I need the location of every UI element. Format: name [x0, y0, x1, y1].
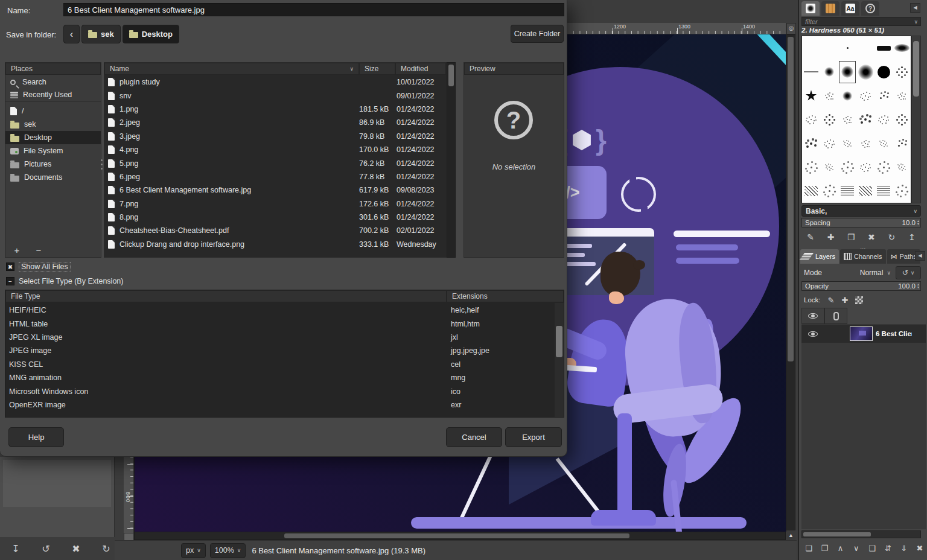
- brush-swatch[interactable]: [874, 132, 893, 156]
- tab-patterns[interactable]: [821, 1, 839, 16]
- brush-group-select[interactable]: Basic, ∨: [801, 205, 921, 217]
- brush-swatch[interactable]: [802, 156, 820, 180]
- save-tool-preset-button[interactable]: ↧: [7, 541, 24, 556]
- brush-swatch[interactable]: [856, 84, 874, 108]
- column-header-name[interactable]: Name ∨: [104, 63, 359, 75]
- layer-row[interactable]: 6 Best Client Ma: [801, 325, 926, 343]
- brush-swatch[interactable]: [820, 36, 838, 60]
- brush-swatch[interactable]: [838, 179, 856, 203]
- places-item[interactable]: Recently Used: [5, 89, 101, 102]
- brush-swatch[interactable]: [802, 36, 820, 60]
- breadcrumb-item-desktop[interactable]: Desktop: [123, 25, 179, 43]
- brush-swatch[interactable]: [820, 84, 838, 108]
- help-button[interactable]: Help: [8, 427, 64, 447]
- tab-help[interactable]: ?: [861, 1, 879, 16]
- tab-brushes[interactable]: [801, 1, 820, 16]
- scrollbar-thumb[interactable]: [448, 65, 454, 86]
- delete-tool-preset-button[interactable]: ✖: [68, 541, 84, 556]
- brush-grid-scrollbar[interactable]: [911, 36, 921, 203]
- brush-swatch[interactable]: [874, 108, 893, 132]
- brush-swatch[interactable]: [802, 132, 820, 156]
- tab-menu-icon[interactable]: ◀: [910, 3, 920, 13]
- scrollbar-thumb[interactable]: [913, 41, 919, 97]
- file-type-expander[interactable]: − Select File Type (By Extension): [6, 277, 123, 285]
- layer-thumbnail[interactable]: [850, 326, 873, 341]
- table-row[interactable]: KISS CEL cel: [5, 358, 553, 371]
- brush-swatch[interactable]: [856, 108, 874, 132]
- raise-layer-button[interactable]: ∧: [833, 540, 848, 556]
- layer-visibility-toggle[interactable]: [801, 331, 824, 337]
- table-row[interactable]: 2.jpeg 86.9 kB 01/24/2022: [104, 116, 446, 129]
- tab-menu-icon[interactable]: ◀: [915, 251, 925, 261]
- new-brush-button[interactable]: ✚: [822, 229, 840, 244]
- places-item[interactable]: Desktop: [5, 131, 101, 144]
- brush-swatch[interactable]: [838, 36, 856, 60]
- brush-swatch[interactable]: [893, 179, 911, 203]
- table-row[interactable]: plugin study 10/01/2022: [104, 75, 446, 89]
- table-row[interactable]: 7.png 172.6 kB 01/24/2022: [104, 197, 446, 211]
- brush-swatch[interactable]: [893, 60, 911, 84]
- link-column-header[interactable]: [824, 308, 847, 324]
- places-item[interactable]: File System: [5, 144, 101, 158]
- file-type-scrollbar[interactable]: [555, 303, 564, 417]
- brush-swatch[interactable]: [820, 179, 838, 203]
- tab-fonts[interactable]: Aa: [841, 1, 859, 16]
- create-folder-button[interactable]: Create Folder: [511, 25, 564, 43]
- column-header-modified[interactable]: Modified: [395, 63, 446, 75]
- table-row[interactable]: 8.png 301.6 kB 01/24/2022: [104, 211, 446, 224]
- duplicate-layer-button[interactable]: ❑: [865, 540, 879, 556]
- brush-swatch[interactable]: [820, 156, 838, 180]
- places-item[interactable]: /: [5, 104, 101, 118]
- scrollbar-thumb[interactable]: [803, 532, 871, 536]
- brush-swatch[interactable]: [802, 84, 820, 108]
- tab-layers[interactable]: Layers: [800, 249, 839, 264]
- add-bookmark-button[interactable]: +: [10, 244, 24, 256]
- mode-dropdown[interactable]: Normal: [860, 269, 884, 277]
- brush-swatch[interactable]: [874, 179, 893, 203]
- brush-swatch[interactable]: [802, 60, 820, 84]
- restore-tool-preset-button[interactable]: ↺: [37, 541, 54, 556]
- export-button[interactable]: Export: [505, 427, 562, 447]
- filename-input[interactable]: [63, 3, 564, 16]
- lock-alpha-button[interactable]: [855, 296, 863, 304]
- table-row[interactable]: snv 09/01/2022: [104, 89, 446, 102]
- spacing-slider[interactable]: Spacing 10.0 ▴▾: [801, 218, 921, 228]
- unit-dropdown[interactable]: px ∨: [181, 543, 206, 558]
- new-layer-group-button[interactable]: ❐: [817, 540, 832, 556]
- brush-filter-input[interactable]: filter ∨: [801, 17, 921, 26]
- brush-swatch[interactable]: [820, 132, 838, 156]
- column-header-extensions[interactable]: Extensions: [447, 290, 564, 302]
- delete-brush-button[interactable]: ✖: [862, 229, 881, 244]
- opacity-slider[interactable]: Opacity 100.0 ▴▾: [801, 281, 921, 291]
- column-header-file-type[interactable]: File Type: [5, 290, 447, 302]
- brush-swatch[interactable]: [856, 60, 874, 84]
- visibility-column-header[interactable]: [801, 308, 824, 324]
- scrollbar-thumb[interactable]: [284, 533, 629, 538]
- brush-swatch[interactable]: [820, 60, 838, 84]
- show-all-files-checkbox[interactable]: ✖: [6, 262, 14, 271]
- table-row[interactable]: 3.jpeg 79.8 kB 01/24/2022: [104, 130, 446, 143]
- brush-swatch[interactable]: [802, 108, 820, 132]
- table-row[interactable]: 1.png 181.5 kB 01/24/2022: [104, 103, 446, 116]
- table-row[interactable]: 6.jpeg 77.8 kB 01/24/2022: [104, 170, 446, 183]
- brush-swatch[interactable]: [838, 84, 856, 108]
- show-all-files-label[interactable]: Show All Files: [19, 262, 71, 272]
- layers-horizontal-scrollbar[interactable]: [801, 530, 921, 538]
- tab-channels[interactable]: Channels: [840, 249, 885, 264]
- brush-swatch[interactable]: [856, 36, 874, 60]
- navigation-corner-icon[interactable]: ▲: [786, 530, 795, 541]
- breadcrumb-back-button[interactable]: ‹: [63, 25, 80, 43]
- lower-layer-button[interactable]: ∨: [849, 540, 864, 556]
- zoom-dropdown[interactable]: 100% ∨: [210, 543, 246, 558]
- remove-bookmark-button[interactable]: −: [32, 244, 45, 256]
- table-row[interactable]: OpenEXR image exr: [5, 398, 553, 412]
- table-row[interactable]: 6 Best Client Management software.jpg 61…: [104, 183, 446, 197]
- brush-swatch[interactable]: [856, 132, 874, 156]
- brush-swatch[interactable]: [874, 60, 893, 84]
- refresh-brushes-button[interactable]: ↻: [882, 229, 900, 244]
- places-header[interactable]: Places: [5, 63, 101, 75]
- brush-swatch[interactable]: [838, 108, 856, 132]
- reset-tool-options-button[interactable]: ↻: [98, 541, 115, 556]
- canvas-vertical-scrollbar[interactable]: [786, 34, 795, 532]
- duplicate-brush-button[interactable]: ❐: [842, 229, 860, 244]
